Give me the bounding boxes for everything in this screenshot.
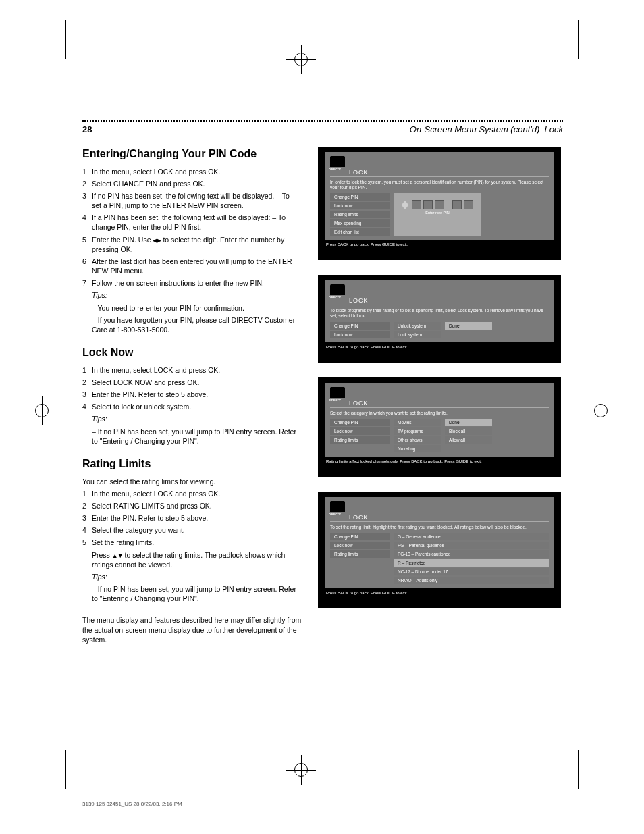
tips-label: Tips: (92, 415, 107, 423)
allow-all-button[interactable]: Allow all (445, 436, 492, 444)
tile-hint: Press BACK to go back. Press GUIDE to ex… (325, 342, 554, 349)
option-unlock[interactable]: Unlock system (394, 322, 441, 330)
menu-item[interactable]: Rating limits (330, 436, 390, 444)
crop-mark (65, 20, 66, 59)
crop-mark (65, 750, 66, 789)
directv-logo-icon (330, 387, 345, 398)
s3-step: Enter the PIN. Refer to step 5 above. (92, 513, 299, 523)
directv-logo-icon (330, 501, 345, 512)
pin-stepper-arrows[interactable] (402, 201, 408, 209)
tile-desc: In order to lock the system, you must se… (330, 180, 549, 190)
registration-mark (301, 755, 302, 785)
tile-desc: To set the rating limit, highlight the f… (330, 525, 549, 530)
page-header: 28 On-Screen Menu System (cont'd) Lock (82, 124, 563, 134)
option-lock[interactable]: Lock system (394, 331, 441, 338)
tile-title: LOCK (349, 297, 549, 304)
pin-label: Enter new PIN (399, 211, 476, 215)
s1-step: Follow the on-screen instructions to ent… (92, 278, 299, 288)
tips-label: Tips: (92, 573, 107, 581)
rating-option[interactable]: NC-17 – No one under 17 (394, 568, 549, 575)
s1-note: – If you have forgotten your PIN, please… (92, 315, 302, 334)
menu-item[interactable]: Rating limits (330, 211, 390, 218)
s3-sub: Press to select the rating limits. The p… (92, 550, 302, 569)
menu-item[interactable]: Change PIN (330, 322, 390, 330)
tile-title: LOCK (349, 514, 549, 521)
up-down-arrows-icon (112, 551, 123, 559)
pin-digit-input[interactable] (412, 200, 421, 209)
breadcrumb: On-Screen Menu System (cont'd) (410, 124, 540, 134)
page-number: 28 (82, 124, 92, 134)
instructions-column: Entering/Changing Your PIN Code 1In the … (82, 147, 302, 651)
s3-note: – If no PIN has been set, you will jump … (92, 584, 302, 603)
tips-label: Tips: (92, 291, 107, 299)
rating-option[interactable]: NR/AO – Adults only (394, 577, 549, 584)
pin-action-box[interactable] (452, 200, 462, 209)
pin-panel: Enter new PIN (394, 193, 481, 236)
left-right-arrows-icon (153, 236, 161, 244)
block-all-button[interactable]: Block all (445, 427, 492, 435)
s1-step: Enter the PIN. Use to select the digit. … (92, 235, 299, 254)
s2-note: – If no PIN has been set, you will jump … (92, 427, 302, 446)
section-title-rating: Rating Limits (82, 457, 302, 471)
menu-item[interactable]: Max spending (330, 219, 390, 227)
page-content: 28 On-Screen Menu System (cont'd) Lock E… (82, 120, 563, 651)
tile-hint: Press BACK to go back. Press GUIDE to ex… (325, 588, 554, 595)
s1-step: In the menu, select LOCK and press OK. (92, 167, 299, 176)
breadcrumb-sub: Lock (545, 124, 563, 134)
screenshot-pin-entry: LOCK In order to lock the system, you mu… (318, 147, 561, 260)
crop-mark (578, 20, 579, 59)
s2-step: Enter the PIN. Refer to step 5 above. (92, 390, 299, 399)
footnote: The menu display and features described … (82, 615, 302, 644)
tile-desc: To block programs by their rating or to … (330, 308, 549, 319)
rating-option[interactable]: PG – Parental guidance (394, 542, 549, 549)
pin-digit-input[interactable] (435, 200, 444, 209)
tile-title: LOCK (349, 400, 549, 407)
category-option[interactable]: TV programs (394, 427, 441, 435)
pin-digit-input[interactable] (423, 200, 433, 209)
chevron-down-icon (402, 205, 408, 209)
rating-option[interactable]: G – General audience (394, 533, 549, 540)
screenshot-rating-list: LOCK To set the rating limit, highlight … (318, 492, 561, 608)
menu-item[interactable]: Change PIN (330, 419, 390, 426)
category-option[interactable]: Movies (394, 419, 441, 426)
menu-item[interactable]: Rating limits (330, 550, 390, 558)
category-option[interactable]: No rating (394, 445, 441, 452)
menu-item[interactable]: Lock now (330, 542, 390, 549)
menu-item[interactable]: Edit chan list (330, 228, 390, 236)
menu-item[interactable]: Change PIN (330, 533, 390, 540)
directv-logo-icon (330, 284, 345, 295)
s1-step: Select CHANGE PIN and press OK. (92, 179, 299, 188)
rating-option[interactable]: PG-13 – Parents cautioned (394, 550, 549, 558)
rating-option[interactable]: R – Restricted (394, 559, 549, 567)
s2-step: Select to lock or unlock system. (92, 402, 299, 411)
menu-item[interactable]: Lock now (330, 202, 390, 209)
registration-mark (601, 396, 601, 425)
screenshot-lock-now: LOCK To block programs by their rating o… (318, 275, 561, 362)
s3-intro: You can select the rating limits for vie… (82, 477, 302, 486)
s1-step: If a PIN has been set, the following tex… (92, 213, 299, 232)
tile-desc: Select the category in which you want to… (330, 411, 549, 416)
s1-step: After the last digit has been entered yo… (92, 257, 299, 276)
tile-title: LOCK (349, 169, 549, 176)
header-divider (82, 120, 563, 122)
screenshot-rating-categories: LOCK Select the category in which you wa… (318, 377, 561, 477)
crop-mark (578, 750, 579, 789)
menu-item[interactable]: Lock now (330, 427, 390, 435)
chevron-up-icon (402, 201, 408, 205)
done-button[interactable]: Done (445, 419, 492, 426)
menu-item[interactable]: Change PIN (330, 193, 390, 201)
menu-item[interactable]: Lock now (330, 331, 390, 338)
s3-step: In the menu, select LOCK and press OK. (92, 489, 299, 498)
category-option[interactable]: Other shows (394, 436, 441, 444)
done-button[interactable]: Done (445, 322, 492, 330)
s3-step: Set the rating limits. (92, 538, 299, 547)
pin-action-box[interactable] (464, 200, 473, 209)
print-footer: 3139 125 32451_US 28 8/22/03, 2:16 PM (82, 801, 182, 807)
directv-logo-icon (330, 156, 345, 167)
s2-step: Select LOCK NOW and press OK. (92, 377, 299, 387)
s1-step: If no PIN has been set, the following te… (92, 191, 299, 210)
registration-mark (301, 45, 302, 74)
screenshots-column: LOCK In order to lock the system, you mu… (318, 147, 561, 651)
tile-hint: Rating limits affect locked channels onl… (325, 457, 554, 463)
registration-mark (42, 396, 43, 425)
